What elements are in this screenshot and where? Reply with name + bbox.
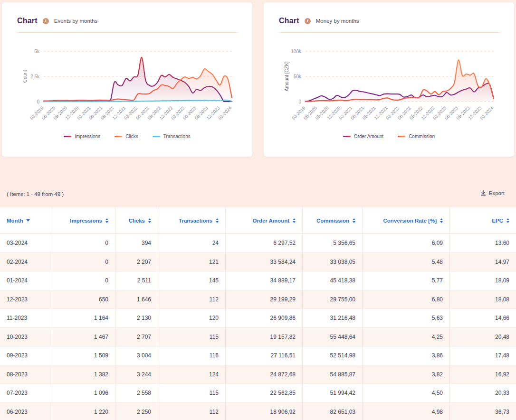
sort-icon (353, 218, 355, 223)
chart-card-events: Chart i Events by months 02.5k5kCount03-… (2, 2, 252, 157)
info-icon[interactable]: i (305, 18, 311, 24)
table-cell: 14,97 (450, 253, 516, 272)
table-header-row: MonthImpressionsClicksTransactionsOrder … (0, 207, 516, 234)
table-cell: 3 004 (115, 346, 158, 365)
table-row[interactable]: 08-20231 3823 24412424 872,6854 885,873,… (0, 365, 516, 384)
legend-item[interactable]: Order Amount (343, 134, 383, 139)
info-icon[interactable]: i (43, 18, 49, 24)
table-row[interactable]: 10-20231 4672 70711519 157,8255 448,644,… (0, 328, 516, 347)
legend-item[interactable]: Clicks (115, 134, 138, 139)
table-row[interactable]: 02-202402 20712133 584,2433 038,055,4814… (0, 253, 516, 272)
table-cell: 16,92 (450, 365, 516, 384)
legend-item[interactable]: Impressions (64, 134, 100, 139)
table-cell: 1 096 (52, 384, 115, 403)
table-cell: 52 514,98 (303, 346, 363, 365)
table-cell: 33 584,24 (226, 253, 303, 272)
legend-item[interactable]: Commission (398, 134, 435, 139)
table-cell: 650 (52, 290, 115, 309)
table-cell: 07-2023 (0, 384, 52, 403)
table-cell: 3,82 (363, 365, 450, 384)
column-label: EPC (492, 218, 503, 224)
table-cell: 10-2023 (0, 328, 52, 347)
chart-subtitle: Money by months (316, 18, 359, 24)
table-cell: 12-2023 (0, 290, 52, 309)
table-cell: 08-2023 (0, 365, 52, 384)
column-header-impressions[interactable]: Impressions (52, 207, 115, 234)
column-header-commission[interactable]: Commission (303, 207, 363, 234)
table-row[interactable]: 12-20236501 64611229 199,2929 755,006,80… (0, 290, 516, 309)
table-cell: 0 (52, 234, 115, 253)
sort-icon (148, 218, 151, 223)
column-header-conversion-rate[interactable]: Conversion Rate [%] (363, 207, 450, 234)
table-row[interactable]: 11-20231 1642 13012026 909,8631 216,485,… (0, 309, 516, 328)
table-cell: 55 448,64 (303, 328, 363, 347)
table-cell: 29 755,00 (303, 290, 363, 309)
legend-label: Commission (409, 134, 435, 139)
table-cell: 2 558 (115, 384, 158, 403)
divider (279, 32, 500, 33)
money-line-chart: 050k100kAmount [CZK]03-201906-202009-202… (264, 36, 514, 131)
column-label: Month (7, 218, 23, 224)
sort-icon (105, 218, 108, 223)
table-cell: 394 (115, 234, 158, 253)
legend-label: Transactions (163, 134, 191, 139)
table-row[interactable]: 06-20231 2202 25011218 906,9282 651,034,… (0, 403, 516, 420)
table-cell: 4,50 (363, 384, 450, 403)
column-label: Conversion Rate [%] (383, 218, 437, 224)
table-row[interactable]: 01-202402 51114534 889,1745 418,385,7718… (0, 271, 516, 290)
legend-swatch (153, 136, 160, 137)
export-button[interactable]: Export (480, 190, 505, 196)
table-cell: 3 244 (115, 365, 158, 384)
table-cell: 01-2024 (0, 271, 52, 290)
chart-title: Chart (17, 17, 38, 25)
column-label: Clicks (129, 218, 145, 224)
column-header-epc[interactable]: EPC (450, 207, 516, 234)
legend-swatch (64, 136, 71, 137)
table-row[interactable]: 03-20240394246 297,525 356,656,0913,60 (0, 234, 516, 253)
chart-title: Chart (279, 17, 299, 25)
table-cell: 19 157,82 (226, 328, 303, 347)
column-header-clicks[interactable]: Clicks (115, 207, 158, 234)
table-cell: 20,48 (450, 328, 516, 347)
table-cell: 06-2023 (0, 403, 52, 420)
table-cell: 2 207 (115, 253, 158, 272)
table-cell: 18,09 (450, 271, 516, 290)
chart-card-header: Chart i Events by months (17, 17, 97, 25)
sort-icon (506, 218, 509, 223)
table-cell: 2 707 (115, 328, 158, 347)
table-cell: 17,48 (450, 346, 516, 365)
y-tick-label: 100k (291, 49, 302, 54)
table-cell: 6,09 (363, 234, 450, 253)
table-cell: 11-2023 (0, 309, 52, 328)
table-cell: 112 (158, 403, 226, 420)
legend-label: Impressions (75, 134, 100, 139)
table-cell: 124 (158, 365, 226, 384)
legend-item[interactable]: Transactions (153, 134, 191, 139)
table-row[interactable]: 07-20231 0962 55811522 562,8551 994,424,… (0, 384, 516, 403)
table-cell: 1 220 (52, 403, 115, 420)
column-header-order-amount[interactable]: Order Amount (226, 207, 303, 234)
table-cell: 09-2023 (0, 346, 52, 365)
table-cell: 03-2024 (0, 234, 52, 253)
chart-card-header: Chart i Money by months (279, 17, 359, 25)
data-table: MonthImpressionsClicksTransactionsOrder … (0, 207, 516, 420)
table-row[interactable]: 09-20231 5093 00411627 116,5152 514,983,… (0, 346, 516, 365)
table-cell: 1 646 (115, 290, 158, 309)
table-cell: 27 116,51 (226, 346, 303, 365)
column-header-month[interactable]: Month (0, 207, 52, 234)
sort-icon (293, 218, 296, 223)
table-cell: 18 906,92 (226, 403, 303, 420)
table-cell: 26 909,86 (226, 309, 303, 328)
table-cell: 145 (158, 271, 226, 290)
sort-icon (440, 218, 443, 223)
legend-label: Clicks (125, 134, 138, 139)
table-cell: 82 651,03 (303, 403, 363, 420)
y-tick-label: 2.5k (30, 74, 40, 79)
table-body: 03-20240394246 297,525 356,656,0913,6002… (0, 234, 516, 420)
column-header-transactions[interactable]: Transactions (158, 207, 226, 234)
table-cell: 14,66 (450, 309, 516, 328)
table-cell: 29 199,29 (226, 290, 303, 309)
table-cell: 2 130 (115, 309, 158, 328)
table-cell: 33 038,05 (303, 253, 363, 272)
table-cell: 112 (158, 290, 226, 309)
